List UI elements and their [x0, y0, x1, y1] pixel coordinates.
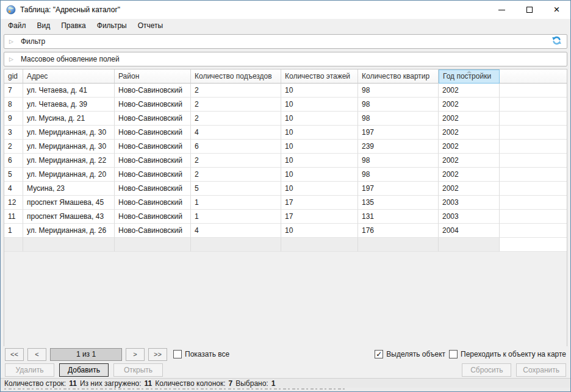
table-cell[interactable]: Ново-Савиновский: [115, 112, 191, 126]
menu-filters[interactable]: Фильтры: [92, 19, 132, 32]
table-cell[interactable]: Ново-Савиновский: [115, 126, 191, 140]
table-cell[interactable]: 98: [358, 112, 439, 126]
refresh-icon[interactable]: [551, 35, 562, 48]
table-cell[interactable]: 10: [281, 98, 358, 112]
save-button[interactable]: Сохранить: [516, 363, 566, 377]
table-row[interactable]: 8ул. Четаева, д. 39Ново-Савиновский21098…: [4, 98, 567, 112]
column-header-address[interactable]: Адрес: [23, 69, 115, 84]
table-row[interactable]: 4Мусина, 23Ново-Савиновский5101972002: [4, 182, 567, 196]
table-cell[interactable]: Ново-Савиновский: [115, 210, 191, 224]
table-cell[interactable]: 4: [4, 182, 23, 196]
table-cell[interactable]: 2002: [439, 84, 500, 98]
table-cell[interactable]: 12: [4, 196, 23, 210]
column-header-floors[interactable]: Количество этажей: [281, 69, 358, 84]
goto-object-checkbox[interactable]: [449, 350, 458, 358]
open-button[interactable]: Открыть: [113, 363, 163, 377]
table-cell[interactable]: 4: [191, 224, 281, 238]
column-header-district[interactable]: Район: [115, 69, 191, 84]
table-cell[interactable]: 11: [4, 210, 23, 224]
table-cell[interactable]: 197: [358, 182, 439, 196]
table-cell[interactable]: Ново-Савиновский: [115, 154, 191, 168]
table-cell[interactable]: 2002: [439, 168, 500, 182]
column-header-year-built[interactable]: Год постройки: [439, 69, 500, 84]
table-cell[interactable]: ул. Меридианная, д. 30: [23, 126, 115, 140]
table-cell[interactable]: 1: [191, 196, 281, 210]
table-cell[interactable]: 6: [4, 154, 23, 168]
table-cell[interactable]: 2002: [439, 182, 500, 196]
table-cell[interactable]: ул. Меридианная, д. 30: [23, 140, 115, 154]
table-cell[interactable]: 9: [4, 112, 23, 126]
table-cell[interactable]: 10: [281, 112, 358, 126]
table-cell[interactable]: Ново-Савиновский: [115, 196, 191, 210]
highlight-object-checkbox[interactable]: ✓: [375, 350, 383, 358]
column-header-gid[interactable]: gid: [4, 69, 23, 84]
table-row[interactable]: 6ул. Меридианная, д. 22Ново-Савиновский2…: [4, 154, 567, 168]
table-cell[interactable]: 2004: [439, 224, 500, 238]
table-cell[interactable]: [4, 238, 23, 252]
close-button[interactable]: ×: [543, 1, 570, 19]
table-cell[interactable]: [23, 238, 115, 252]
table-cell[interactable]: ул. Мусина, д. 21: [23, 112, 115, 126]
table-cell[interactable]: 1: [4, 224, 23, 238]
table-row[interactable]: [4, 238, 567, 252]
minimize-button[interactable]: [488, 1, 515, 19]
table-cell[interactable]: 131: [358, 210, 439, 224]
table-cell[interactable]: 176: [358, 224, 439, 238]
table-cell[interactable]: Ново-Савиновский: [115, 182, 191, 196]
table-cell[interactable]: ул. Меридианная, д. 20: [23, 168, 115, 182]
table-cell[interactable]: 2002: [439, 140, 500, 154]
mass-update-expander[interactable]: ▷ Массовое обновление полей: [4, 52, 567, 66]
table-cell[interactable]: 5: [4, 168, 23, 182]
table-cell[interactable]: 135: [358, 196, 439, 210]
table-cell[interactable]: 3: [4, 126, 23, 140]
table-cell[interactable]: 10: [281, 140, 358, 154]
table-cell[interactable]: 2002: [439, 112, 500, 126]
table-cell[interactable]: [281, 238, 358, 252]
table-cell[interactable]: 239: [358, 140, 439, 154]
reset-button[interactable]: Сбросить: [462, 363, 511, 377]
table-row[interactable]: 3ул. Меридианная, д. 30Ново-Савиновский4…: [4, 126, 567, 140]
table-cell[interactable]: [191, 238, 281, 252]
table-cell[interactable]: 2002: [439, 154, 500, 168]
table-cell[interactable]: ул. Четаева, д. 41: [23, 84, 115, 98]
table-cell[interactable]: ул. Четаева, д. 39: [23, 98, 115, 112]
table-cell[interactable]: 98: [358, 168, 439, 182]
filter-expander[interactable]: ▷ Фильтр: [4, 34, 567, 49]
table-cell[interactable]: Ново-Савиновский: [115, 84, 191, 98]
add-button[interactable]: Добавить: [59, 363, 109, 377]
table-row[interactable]: 12проспект Ямашева, 45Ново-Савиновский11…: [4, 196, 567, 210]
table-cell[interactable]: 1: [191, 210, 281, 224]
menu-file[interactable]: Файл: [2, 19, 32, 32]
column-header-apartments[interactable]: Количество квартир: [358, 69, 439, 84]
table-cell[interactable]: проспект Ямашева, 43: [23, 210, 115, 224]
next-page-button[interactable]: >: [126, 348, 145, 361]
prev-page-button[interactable]: <: [27, 348, 46, 361]
table-cell[interactable]: 10: [281, 154, 358, 168]
table-cell[interactable]: 10: [281, 126, 358, 140]
show-all-checkbox[interactable]: [173, 350, 182, 358]
table-cell[interactable]: 2: [191, 84, 281, 98]
table-cell[interactable]: 2: [4, 140, 23, 154]
table-row[interactable]: 1ул. Меридианная, д. 26Ново-Савиновский4…: [4, 224, 567, 238]
table-cell[interactable]: [115, 238, 191, 252]
table-cell[interactable]: 2002: [439, 126, 500, 140]
table-cell[interactable]: 7: [4, 84, 23, 98]
table-cell[interactable]: 2: [191, 98, 281, 112]
table-row[interactable]: 2ул. Меридианная, д. 30Ново-Савиновский6…: [4, 140, 567, 154]
table-cell[interactable]: 8: [4, 98, 23, 112]
last-page-button[interactable]: >>: [148, 348, 167, 361]
table-cell[interactable]: 98: [358, 154, 439, 168]
table-cell[interactable]: 2002: [439, 98, 500, 112]
table-cell[interactable]: 10: [281, 168, 358, 182]
table-cell[interactable]: 2: [191, 168, 281, 182]
table-cell[interactable]: 10: [281, 182, 358, 196]
table-cell[interactable]: ул. Меридианная, д. 26: [23, 224, 115, 238]
table-cell[interactable]: 98: [358, 84, 439, 98]
menu-reports[interactable]: Отчеты: [132, 19, 168, 32]
maximize-button[interactable]: [515, 1, 543, 19]
table-cell[interactable]: Ново-Савиновский: [115, 140, 191, 154]
table-row[interactable]: 7ул. Четаева, д. 41Ново-Савиновский21098…: [4, 84, 567, 98]
table-cell[interactable]: 4: [191, 126, 281, 140]
table-cell[interactable]: [439, 238, 500, 252]
table-cell[interactable]: 10: [281, 84, 358, 98]
